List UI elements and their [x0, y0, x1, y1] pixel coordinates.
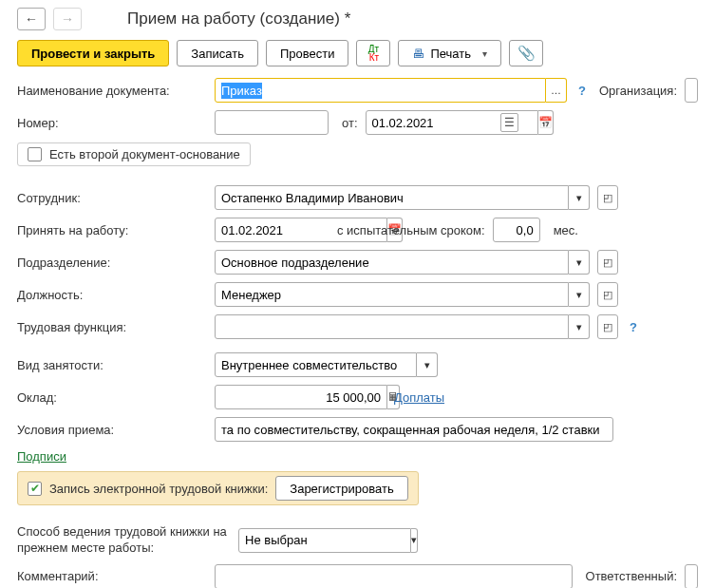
- employment-type-dropdown-button[interactable]: ▾: [417, 352, 438, 377]
- signatures-link[interactable]: Подписи: [17, 449, 66, 464]
- department-label: Подразделение:: [17, 256, 207, 270]
- organization-input[interactable]: [685, 78, 698, 103]
- attachments-button[interactable]: 📎: [509, 40, 543, 66]
- probation-unit: мес.: [554, 223, 578, 237]
- position-dropdown-button[interactable]: ▾: [569, 282, 590, 307]
- prev-book-input[interactable]: [238, 528, 411, 553]
- dtkt-button[interactable]: ДтКт: [356, 40, 390, 66]
- prev-book-label: Способ ведения трудовой книжки на прежне…: [17, 524, 231, 557]
- employment-type-input[interactable]: [215, 352, 417, 377]
- list-icon[interactable]: ☰: [500, 113, 518, 132]
- doc-name-ellipsis-button[interactable]: …: [546, 78, 567, 103]
- employee-dropdown-button[interactable]: ▾: [569, 185, 590, 210]
- employee-label: Сотрудник:: [17, 191, 207, 205]
- number-label: Номер:: [17, 116, 207, 130]
- etk-region: ✔ Запись электронной трудовой книжки: За…: [17, 471, 419, 505]
- etk-checkbox[interactable]: ✔: [28, 482, 42, 496]
- position-input[interactable]: [215, 282, 569, 307]
- print-button[interactable]: 🖶 Печать: [398, 40, 501, 66]
- department-open-button[interactable]: ◰: [597, 250, 618, 275]
- labor-function-input[interactable]: [215, 314, 569, 339]
- doc-name-input[interactable]: Приказ: [215, 78, 546, 103]
- hire-label: Принять на работу:: [17, 223, 207, 237]
- comment-input[interactable]: [215, 564, 573, 588]
- post-button[interactable]: Провести: [266, 40, 349, 66]
- responsible-label: Ответственный:: [586, 569, 677, 583]
- department-dropdown-button[interactable]: ▾: [569, 250, 590, 275]
- second-doc-checkbox[interactable]: [28, 147, 42, 161]
- doc-name-label: Наименование документа:: [17, 84, 207, 98]
- print-label: Печать: [430, 47, 471, 61]
- probation-input[interactable]: [493, 218, 540, 242]
- salary-input[interactable]: [215, 385, 387, 409]
- from-label: от:: [342, 116, 358, 130]
- second-doc-label: Есть второй документ-основание: [49, 147, 240, 161]
- conditions-label: Условия приема:: [17, 423, 207, 437]
- paperclip-icon: 📎: [517, 45, 536, 62]
- number-input[interactable]: [215, 110, 329, 135]
- conditions-input[interactable]: [215, 417, 613, 442]
- employee-open-button[interactable]: ◰: [597, 185, 618, 210]
- save-button[interactable]: Записать: [177, 40, 258, 66]
- back-button[interactable]: ←: [17, 8, 46, 30]
- calendar-icon[interactable]: 📅: [538, 110, 554, 135]
- department-input[interactable]: [215, 250, 569, 275]
- etk-label: Запись электронной трудовой книжки:: [49, 482, 268, 496]
- forward-button[interactable]: →: [53, 8, 82, 30]
- employee-input[interactable]: [215, 185, 569, 210]
- comment-label: Комментарий:: [17, 569, 207, 583]
- second-doc-region: Есть второй документ-основание: [17, 142, 251, 166]
- post-and-close-button[interactable]: Провести и закрыть: [17, 40, 169, 66]
- position-open-button[interactable]: ◰: [597, 282, 618, 307]
- dtkt-icon: ДтКт: [368, 45, 379, 62]
- labor-function-open-button[interactable]: ◰: [597, 314, 618, 339]
- responsible-input[interactable]: [685, 564, 698, 588]
- probation-label: с испытательным сроком:: [337, 223, 485, 237]
- prev-book-dropdown-button[interactable]: ▾: [411, 528, 418, 553]
- position-label: Должность:: [17, 288, 207, 302]
- labor-function-label: Трудовая функция:: [17, 320, 207, 334]
- help-icon[interactable]: ?: [578, 84, 586, 98]
- page-title: Прием на работу (создание) *: [127, 9, 350, 28]
- labor-function-help-icon[interactable]: ?: [630, 320, 637, 334]
- organization-label: Организация:: [599, 84, 677, 98]
- labor-function-dropdown-button[interactable]: ▾: [569, 314, 590, 339]
- print-icon: 🖶: [412, 47, 424, 61]
- salary-label: Оклад:: [17, 390, 207, 405]
- supplements-link[interactable]: Доплаты: [394, 390, 444, 405]
- employment-type-label: Вид занятости:: [17, 358, 207, 372]
- etk-register-button[interactable]: Зарегистрировать: [275, 476, 407, 501]
